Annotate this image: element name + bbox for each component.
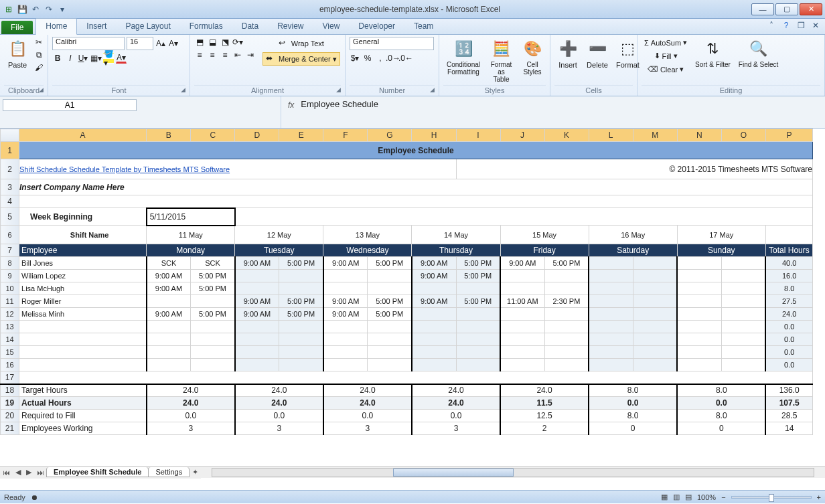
spreadsheet-grid[interactable]: ABCDEFGHIJKLMNOP1Employee Schedule2Shift… bbox=[0, 129, 825, 490]
new-sheet-icon[interactable]: ✦ bbox=[190, 468, 201, 477]
dialog-launcher-icon[interactable]: ◢ bbox=[336, 86, 341, 93]
tab-review[interactable]: Review bbox=[268, 19, 313, 34]
view-normal-icon[interactable]: ▦ bbox=[661, 493, 668, 501]
shift-cell[interactable] bbox=[633, 257, 677, 270]
tab-nav-first-icon[interactable]: ⏮ bbox=[0, 469, 13, 477]
dialog-launcher-icon[interactable]: ◢ bbox=[430, 86, 435, 93]
shift-cell[interactable] bbox=[191, 295, 235, 308]
shift-cell[interactable]: 5:00 PM bbox=[456, 257, 500, 270]
tab-nav-prev-icon[interactable]: ◀ bbox=[13, 468, 23, 477]
fill-color-button[interactable]: 🪣▾ bbox=[103, 53, 114, 64]
col-header[interactable]: M bbox=[633, 129, 677, 142]
shift-cell[interactable]: 5:00 PM bbox=[368, 257, 412, 270]
copy-icon[interactable]: ⧉ bbox=[33, 50, 44, 60]
clear-button[interactable]: ⌫ Clear ▾ bbox=[642, 64, 690, 75]
shift-cell[interactable] bbox=[323, 270, 368, 282]
shift-cell[interactable] bbox=[589, 270, 633, 282]
shift-cell[interactable] bbox=[721, 346, 765, 359]
row-header[interactable]: 19 bbox=[1, 397, 19, 410]
shift-cell[interactable]: 9:00 AM bbox=[323, 308, 368, 321]
shift-cell[interactable] bbox=[633, 270, 677, 282]
week-beginning-date[interactable]: 5/11/2015 bbox=[147, 208, 235, 226]
shift-cell[interactable]: 5:00 PM bbox=[456, 270, 500, 282]
shift-cell[interactable] bbox=[677, 282, 721, 295]
shift-cell[interactable] bbox=[456, 359, 500, 371]
shift-cell[interactable]: 2:30 PM bbox=[544, 295, 589, 308]
tab-data[interactable]: Data bbox=[232, 19, 268, 34]
shift-cell[interactable]: 9:00 AM bbox=[235, 308, 279, 321]
grow-font-icon[interactable]: A▴ bbox=[155, 38, 166, 49]
shift-cell[interactable] bbox=[589, 359, 633, 371]
increase-indent-icon[interactable]: ⇥ bbox=[245, 50, 256, 60]
shift-cell[interactable] bbox=[235, 282, 279, 295]
shift-cell[interactable] bbox=[677, 359, 721, 371]
wrap-text-button[interactable]: ↩Wrap Text bbox=[262, 37, 340, 50]
shift-cell[interactable] bbox=[147, 333, 191, 346]
shift-cell[interactable] bbox=[544, 308, 589, 321]
shift-cell[interactable] bbox=[544, 333, 589, 346]
shift-cell[interactable] bbox=[279, 346, 323, 359]
undo-icon[interactable]: ↶ bbox=[29, 3, 42, 15]
col-header[interactable]: C bbox=[191, 129, 235, 142]
shift-cell[interactable]: 5:00 PM bbox=[279, 295, 323, 308]
shift-cell[interactable] bbox=[721, 282, 765, 295]
view-page-break-icon[interactable]: ▤ bbox=[685, 493, 692, 501]
employee-name[interactable]: Melissa Minh bbox=[19, 308, 147, 321]
shift-cell[interactable] bbox=[677, 333, 721, 346]
macro-record-icon[interactable]: ⏺ bbox=[31, 493, 38, 501]
employee-name[interactable]: Roger Miller bbox=[19, 295, 147, 308]
col-header[interactable]: P bbox=[765, 129, 812, 142]
shift-cell[interactable] bbox=[412, 282, 456, 295]
shift-cell[interactable] bbox=[323, 321, 368, 333]
col-header[interactable]: B bbox=[147, 129, 191, 142]
fill-button[interactable]: ⬇ Fill ▾ bbox=[642, 50, 690, 62]
format-painter-icon[interactable]: 🖌 bbox=[33, 62, 44, 73]
minimize-button[interactable]: ― bbox=[751, 3, 774, 15]
row-header[interactable]: 15 bbox=[1, 346, 19, 359]
shift-cell[interactable] bbox=[323, 282, 368, 295]
col-header[interactable]: L bbox=[589, 129, 633, 142]
shift-cell[interactable] bbox=[456, 282, 500, 295]
shift-cell[interactable] bbox=[500, 308, 544, 321]
shift-cell[interactable] bbox=[721, 321, 765, 333]
shift-cell[interactable] bbox=[721, 257, 765, 270]
maximize-button[interactable]: ▢ bbox=[775, 3, 798, 15]
orientation-icon[interactable]: ⟳▾ bbox=[232, 37, 243, 48]
col-header[interactable]: H bbox=[412, 129, 456, 142]
shift-cell[interactable] bbox=[500, 270, 544, 282]
employee-name[interactable] bbox=[19, 346, 147, 359]
shrink-font-icon[interactable]: A▾ bbox=[168, 38, 179, 49]
sort-filter-button[interactable]: ⇅Sort & Filter bbox=[692, 37, 733, 70]
zoom-out-icon[interactable]: − bbox=[721, 493, 725, 501]
conditional-formatting-button[interactable]: 🔢Conditional Formatting bbox=[443, 37, 483, 77]
number-format-select[interactable]: General bbox=[350, 37, 434, 50]
minimize-ribbon-icon[interactable]: ˄ bbox=[766, 20, 777, 31]
font-name-select[interactable]: Calibri bbox=[52, 37, 125, 50]
shift-cell[interactable]: 9:00 AM bbox=[412, 257, 456, 270]
employee-name[interactable]: Wiliam Lopez bbox=[19, 270, 147, 282]
shift-cell[interactable] bbox=[235, 321, 279, 333]
shift-cell[interactable]: 5:00 PM bbox=[191, 270, 235, 282]
merge-center-button[interactable]: ⬌Merge & Center▾ bbox=[262, 52, 340, 66]
fx-icon[interactable]: fx bbox=[288, 100, 294, 110]
col-header[interactable]: E bbox=[279, 129, 323, 142]
shift-cell[interactable] bbox=[544, 321, 589, 333]
shift-cell[interactable] bbox=[677, 257, 721, 270]
col-header[interactable]: A bbox=[19, 129, 147, 142]
col-header[interactable]: O bbox=[721, 129, 765, 142]
shift-cell[interactable] bbox=[633, 282, 677, 295]
shift-cell[interactable]: 9:00 AM bbox=[323, 295, 368, 308]
shift-cell[interactable] bbox=[500, 282, 544, 295]
shift-cell[interactable] bbox=[368, 282, 412, 295]
shift-cell[interactable]: 5:00 PM bbox=[191, 308, 235, 321]
shift-cell[interactable]: 5:00 PM bbox=[456, 295, 500, 308]
horizontal-scrollbar[interactable] bbox=[212, 468, 814, 477]
zoom-level[interactable]: 100% bbox=[697, 493, 716, 501]
bold-button[interactable]: B bbox=[52, 53, 63, 64]
name-box[interactable] bbox=[3, 99, 137, 111]
shift-cell[interactable] bbox=[279, 333, 323, 346]
shift-cell[interactable] bbox=[589, 282, 633, 295]
employee-name[interactable] bbox=[19, 333, 147, 346]
shift-cell[interactable] bbox=[677, 308, 721, 321]
shift-cell[interactable] bbox=[456, 308, 500, 321]
